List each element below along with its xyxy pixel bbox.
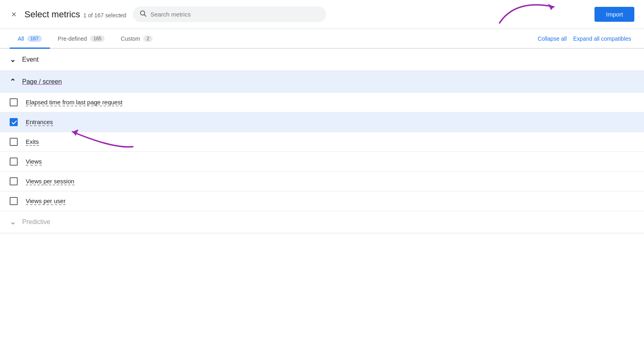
- page-title: Select metrics: [25, 9, 80, 20]
- chevron-down-icon: ⌄: [10, 55, 16, 64]
- category-event[interactable]: ⌄ Event: [0, 49, 644, 71]
- metric-views-per-user-label: Views per user: [26, 197, 66, 205]
- search-icon: [139, 10, 147, 19]
- header: × Select metrics 1 of 167 selected Impor…: [0, 0, 644, 29]
- tab-custom[interactable]: Custom 2: [113, 29, 161, 49]
- metrics-list: ⌄ Event ⌃ Page / screen Elapsed time fro…: [0, 49, 644, 233]
- title-area: Select metrics 1 of 167 selected: [25, 9, 126, 20]
- expand-compatibles-button[interactable]: Expand all compatibles: [570, 35, 634, 42]
- chevron-up-icon: ⌃: [10, 77, 16, 86]
- close-icon: ×: [11, 9, 17, 20]
- metric-views-label: Views: [26, 158, 42, 166]
- close-button[interactable]: ×: [10, 8, 18, 21]
- import-button[interactable]: Import: [594, 7, 634, 22]
- import-area: Import: [594, 7, 634, 22]
- metric-elapsed-time[interactable]: Elapsed time from last page request: [0, 93, 644, 112]
- tab-all[interactable]: All 167: [10, 29, 50, 49]
- metric-views-per-user[interactable]: Views per user: [0, 191, 644, 211]
- category-predictive[interactable]: ⌄ Predictive: [0, 211, 644, 233]
- metric-entrances[interactable]: Entrances: [0, 112, 644, 132]
- metric-views[interactable]: Views: [0, 152, 644, 172]
- tabs-row: All 167 Pre-defined 165 Custom 2 Collaps…: [0, 29, 644, 49]
- import-arrow-annotation: [491, 0, 572, 27]
- category-predictive-label: Predictive: [22, 218, 50, 226]
- svg-point-0: [140, 11, 145, 15]
- collapse-all-button[interactable]: Collapse all: [535, 35, 570, 42]
- svg-line-1: [144, 15, 146, 17]
- category-page-screen[interactable]: ⌃ Page / screen: [0, 71, 644, 93]
- category-event-label: Event: [22, 56, 39, 63]
- metric-entrances-label: Entrances: [26, 118, 53, 126]
- tab-custom-label: Custom: [121, 35, 140, 42]
- entrances-wrapper: Entrances: [0, 112, 644, 132]
- metric-elapsed-time-label: Elapsed time from last page request: [26, 99, 122, 106]
- selection-count: 1 of 167 selected: [83, 12, 126, 19]
- tab-custom-count: 2: [143, 35, 153, 42]
- checkbox-views-per-user[interactable]: [10, 197, 18, 205]
- category-page-screen-label: Page / screen: [22, 78, 62, 85]
- tab-all-label: All: [18, 35, 24, 42]
- checkbox-views[interactable]: [10, 158, 18, 166]
- chevron-down-icon-predictive: ⌄: [10, 218, 16, 226]
- metric-views-per-session-label: Views per session: [26, 178, 74, 185]
- checkbox-elapsed-time[interactable]: [10, 98, 18, 106]
- tab-predefined-count: 165: [90, 35, 105, 42]
- metric-views-per-session[interactable]: Views per session: [0, 172, 644, 191]
- tab-all-count: 167: [27, 35, 42, 42]
- checkbox-views-per-session[interactable]: [10, 177, 18, 185]
- metric-exits[interactable]: Exits: [0, 132, 644, 152]
- tab-predefined-label: Pre-defined: [58, 35, 87, 42]
- checkbox-exits[interactable]: [10, 138, 18, 146]
- tab-predefined[interactable]: Pre-defined 165: [50, 29, 113, 49]
- metric-exits-label: Exits: [26, 138, 39, 146]
- search-bar: [133, 6, 326, 22]
- checkbox-entrances[interactable]: [10, 118, 18, 126]
- svg-marker-2: [548, 4, 554, 10]
- search-input[interactable]: [151, 11, 320, 18]
